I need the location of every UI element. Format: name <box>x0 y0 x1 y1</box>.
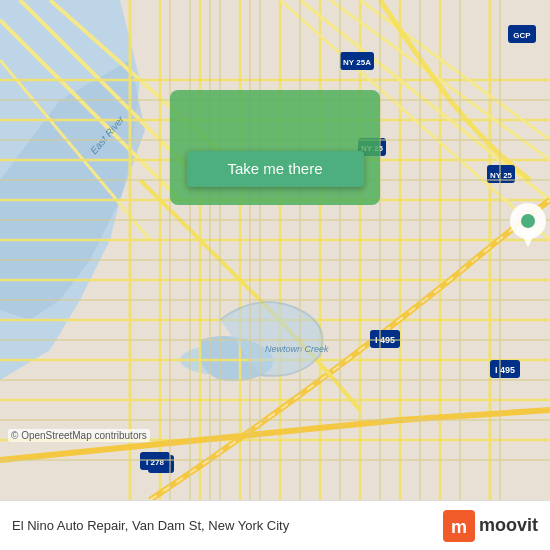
moovit-logo: m moovit <box>443 510 538 542</box>
map-container: 278 I 495 I 495 NY 25A NY 25 NY 25 GCP I… <box>0 0 550 500</box>
svg-marker-74 <box>520 231 536 247</box>
svg-text:I 495: I 495 <box>495 365 515 375</box>
svg-text:m: m <box>451 517 467 537</box>
svg-text:GCP: GCP <box>513 31 531 40</box>
svg-point-73 <box>521 214 535 228</box>
location-label: El Nino Auto Repair, Van Dam St, New Yor… <box>12 518 289 533</box>
copyright-text: © OpenStreetMap contributors <box>8 429 150 442</box>
svg-text:Newtown Creek: Newtown Creek <box>265 344 329 354</box>
svg-text:NY 25A: NY 25A <box>343 58 371 67</box>
map-pin <box>510 207 546 243</box>
moovit-logo-icon: m <box>443 510 475 542</box>
svg-text:NY 25: NY 25 <box>490 171 513 180</box>
action-panel: Take me there <box>170 90 380 205</box>
footer-bar: El Nino Auto Repair, Van Dam St, New Yor… <box>0 500 550 550</box>
moovit-text: moovit <box>479 515 538 536</box>
take-me-there-button[interactable]: Take me there <box>187 151 364 187</box>
map-background: 278 I 495 I 495 NY 25A NY 25 NY 25 GCP I… <box>0 0 550 500</box>
